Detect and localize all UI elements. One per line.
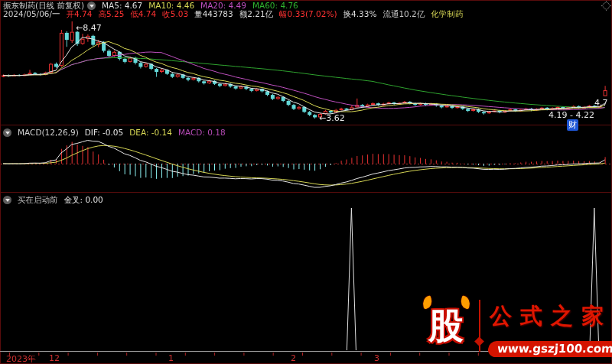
quote-info-line: 2024/05/06/一开4.74高5.25低4.74收5.03量443783额… [3, 9, 469, 20]
quote-field: 换4.33% [343, 9, 377, 18]
quote-field: 低4.74 [130, 9, 156, 18]
collapse-signal-icon[interactable] [3, 196, 11, 204]
axis-month-label: 12 [49, 353, 60, 363]
quote-field: 2024/05/06/一 [3, 9, 60, 18]
tdx-chart-window: 振东制药(日线 前复权)MA5: 4.67MA10: 4.46MA20: 4.4… [0, 0, 612, 364]
signal-value: 金叉: 0.00 [64, 195, 103, 204]
dea-value: DEA: -0.14 [129, 128, 172, 137]
high-price-annotation: ←8.47 [76, 23, 102, 33]
financial-report-badge[interactable]: 财 [567, 119, 578, 131]
axis-month-label: 2 [291, 353, 296, 363]
dif-value: DIF: -0.05 [85, 128, 123, 137]
signal-title: 买在启动前 [18, 195, 58, 204]
quote-field: 额2.21亿 [239, 9, 273, 18]
watermark-url: www.gszj100.com [487, 341, 612, 357]
quote-field: 流通10.2亿 [382, 9, 425, 18]
axis-month-label: 3 [374, 353, 379, 363]
quote-field: 量443783 [194, 9, 233, 18]
watermark-logo: 股 公式之家 www.gszj100.com [412, 295, 612, 364]
axis-month-label: 2023年 [6, 353, 36, 364]
signal-pane-header: 买在启动前金叉: 0.00 [3, 195, 109, 206]
macd-value: MACD: 0.18 [178, 128, 226, 137]
quote-field: 化学制药 [431, 9, 463, 18]
low-price-annotation: ←3.62 [319, 113, 345, 123]
watermark-stock-char: 股 [428, 303, 464, 350]
watermark-diamond-icon [474, 336, 484, 346]
macd-pane-header: MACD(12,26,9)DIF: -0.05DEA: -0.14MACD: 0… [3, 128, 232, 137]
quote-field: 幅0.33(7.02%) [279, 9, 337, 18]
collapse-macd-icon[interactable] [3, 128, 11, 137]
watermark-brand: 公式之家 [490, 301, 612, 332]
quote-field: 收5.03 [162, 9, 188, 18]
axis-month-label: 1 [168, 353, 174, 363]
right-axis-price: 4.7 [594, 98, 608, 108]
quote-field: 开4.74 [67, 9, 93, 18]
quote-field: 高5.25 [98, 9, 124, 18]
macd-title: MACD(12,26,9) [18, 128, 79, 137]
